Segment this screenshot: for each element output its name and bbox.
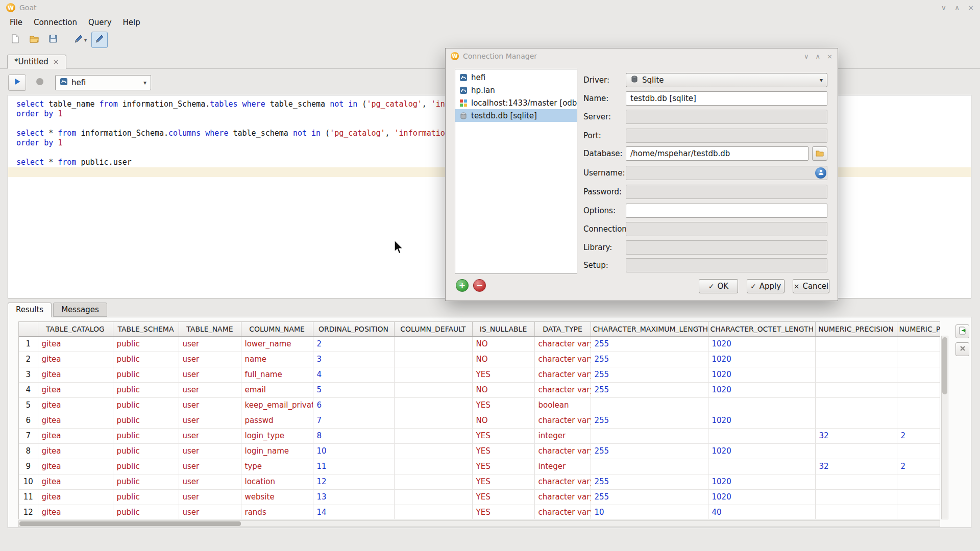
menu-connection[interactable]: Connection xyxy=(28,16,83,29)
cell[interactable]: 1020 xyxy=(708,413,815,428)
cell[interactable]: user xyxy=(179,367,241,382)
cell[interactable]: lower_name xyxy=(241,336,313,352)
row-number-header[interactable] xyxy=(19,322,38,336)
cell[interactable]: passwd xyxy=(241,413,313,428)
column-header[interactable]: IS_NULLABLE xyxy=(472,322,534,336)
cell[interactable]: gitea xyxy=(38,459,113,474)
null-cell[interactable] xyxy=(394,336,472,352)
cell[interactable]: 10 xyxy=(313,443,394,459)
export-results-button[interactable] xyxy=(955,324,969,338)
cell[interactable]: gitea xyxy=(38,413,113,428)
cell[interactable]: 32 xyxy=(815,459,897,474)
ok-button[interactable]: ✓ OK xyxy=(699,279,738,293)
table-row[interactable]: 8giteapublicuserlogin_name10YEScharacter… xyxy=(19,443,940,459)
table-row[interactable]: 9giteapublicusertype11YESinteger322 xyxy=(19,459,940,474)
cell[interactable]: user xyxy=(179,336,241,352)
vertical-scrollbar-thumb[interactable] xyxy=(942,337,947,394)
cell[interactable]: 3 xyxy=(313,352,394,367)
cell[interactable]: name xyxy=(241,352,313,367)
cell[interactable]: 255 xyxy=(591,352,708,367)
cell[interactable]: location xyxy=(241,474,313,489)
null-cell[interactable] xyxy=(815,336,897,352)
cell[interactable]: user xyxy=(179,413,241,428)
tab-results[interactable]: Results xyxy=(8,303,52,317)
cell[interactable]: user xyxy=(179,505,241,519)
cell[interactable]: NO xyxy=(472,382,534,397)
cell[interactable]: gitea xyxy=(38,397,113,413)
cell[interactable]: public xyxy=(113,382,179,397)
cell[interactable]: YES xyxy=(472,474,534,489)
cell[interactable]: 255 xyxy=(591,443,708,459)
cell[interactable]: 255 xyxy=(591,367,708,382)
table-row[interactable]: 3giteapublicuserfull_name4YEScharacter v… xyxy=(19,367,940,382)
cell[interactable]: character varying xyxy=(534,489,591,505)
column-header[interactable]: CHARACTER_OCTET_LENGTH xyxy=(708,322,815,336)
cell[interactable]: website xyxy=(241,489,313,505)
null-cell[interactable] xyxy=(897,336,940,352)
cell[interactable]: integer xyxy=(534,459,591,474)
cell[interactable]: gitea xyxy=(38,443,113,459)
cell[interactable]: 1020 xyxy=(708,382,815,397)
cell[interactable]: public xyxy=(113,428,179,443)
cell[interactable]: gitea xyxy=(38,367,113,382)
menu-file[interactable]: File xyxy=(4,16,28,29)
null-cell[interactable] xyxy=(815,397,897,413)
null-cell[interactable] xyxy=(394,413,472,428)
cell[interactable]: user xyxy=(179,443,241,459)
cell[interactable]: type xyxy=(241,459,313,474)
cell[interactable]: 7 xyxy=(313,413,394,428)
maximize-icon[interactable]: ∧ xyxy=(954,4,960,12)
table-row[interactable]: 2giteapublicusername3NOcharacter varying… xyxy=(19,352,940,367)
cell[interactable]: integer xyxy=(534,428,591,443)
menu-query[interactable]: Query xyxy=(83,16,117,29)
vertical-scrollbar[interactable] xyxy=(941,336,948,519)
cell[interactable]: 1020 xyxy=(708,336,815,352)
column-header[interactable]: COLUMN_DEFAULT xyxy=(394,322,472,336)
add-connection-button[interactable]: + xyxy=(456,279,469,292)
cell[interactable]: 255 xyxy=(591,336,708,352)
cell[interactable]: gitea xyxy=(38,336,113,352)
cell[interactable]: character varying xyxy=(534,382,591,397)
cell[interactable]: user xyxy=(179,459,241,474)
minimize-icon[interactable]: ∨ xyxy=(804,53,809,60)
table-row[interactable]: 4giteapublicuseremail5NOcharacter varyin… xyxy=(19,382,940,397)
cell[interactable]: 1020 xyxy=(708,474,815,489)
table-row[interactable]: 10giteapublicuserlocation12YEScharacter … xyxy=(19,474,940,489)
remove-connection-button[interactable]: − xyxy=(473,279,486,292)
null-cell[interactable] xyxy=(897,413,940,428)
null-cell[interactable] xyxy=(815,474,897,489)
cancel-button[interactable]: × Cancel xyxy=(793,279,829,293)
close-icon[interactable]: × xyxy=(968,4,974,12)
cell[interactable]: 255 xyxy=(591,474,708,489)
connection-list[interactable]: hefihp.lanlocalhost:1433/master [odbc]te… xyxy=(455,69,577,274)
connection-list-item[interactable]: localhost:1433/master [odbc] xyxy=(455,96,577,109)
cell[interactable]: NO xyxy=(472,336,534,352)
column-header[interactable]: TABLE_NAME xyxy=(179,322,241,336)
cell[interactable]: public xyxy=(113,367,179,382)
cell[interactable]: boolean xyxy=(534,397,591,413)
column-header[interactable]: TABLE_CATALOG xyxy=(38,322,113,336)
connection-list-item[interactable]: hp.lan xyxy=(455,84,577,96)
null-cell[interactable] xyxy=(815,489,897,505)
database-input[interactable] xyxy=(626,146,808,161)
cell[interactable]: gitea xyxy=(38,382,113,397)
cell[interactable]: public xyxy=(113,489,179,505)
cell[interactable]: 4 xyxy=(313,367,394,382)
cell[interactable]: gitea xyxy=(38,489,113,505)
cell[interactable]: NO xyxy=(472,352,534,367)
cell[interactable]: 255 xyxy=(591,489,708,505)
null-cell[interactable] xyxy=(394,474,472,489)
cell[interactable]: YES xyxy=(472,428,534,443)
cell[interactable]: 32 xyxy=(815,428,897,443)
null-cell[interactable] xyxy=(897,352,940,367)
null-cell[interactable] xyxy=(897,397,940,413)
stop-query-button[interactable] xyxy=(31,74,48,91)
open-file-button[interactable] xyxy=(26,32,42,48)
cell[interactable]: 2 xyxy=(313,336,394,352)
cell[interactable]: user xyxy=(179,382,241,397)
cell[interactable]: 255 xyxy=(591,413,708,428)
pen-dropdown-button[interactable]: ▾ xyxy=(71,32,89,48)
cell[interactable]: email xyxy=(241,382,313,397)
cell[interactable]: character varying xyxy=(534,413,591,428)
column-header[interactable]: NUMERIC_PRECISION xyxy=(815,322,897,336)
